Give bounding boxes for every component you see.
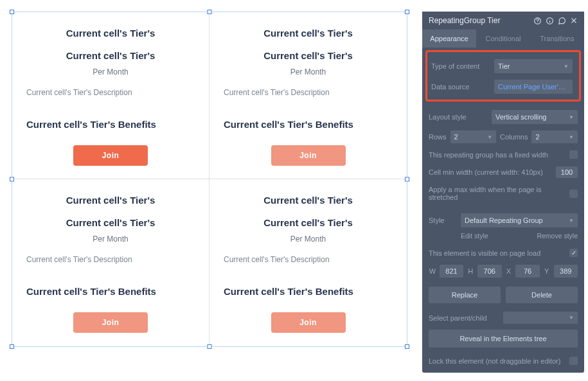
rg-cell: Current cell's Tier's Current cell's Tie… — [12, 12, 209, 179]
resize-handle-ml[interactable] — [10, 177, 14, 182]
select-parent-label: Select parent/child — [429, 314, 499, 322]
rg-cell: Current cell's Tier's Current cell's Tie… — [209, 12, 407, 179]
y-label: Y — [543, 267, 551, 275]
select-parent-select[interactable]: ▼ — [503, 312, 578, 324]
resize-handle-mr[interactable] — [405, 177, 409, 182]
tier-description: Current cell's Tier's Description — [20, 255, 201, 264]
panel-header[interactable]: RepeatingGroup Tier — [422, 12, 584, 30]
per-month-label: Per Month — [20, 235, 201, 244]
w-label: W — [429, 267, 436, 275]
max-width-checkbox[interactable] — [569, 190, 578, 198]
tier-title-2: Current cell's Tier's — [217, 50, 399, 61]
tier-title-1: Current cell's Tier's — [20, 195, 201, 206]
max-width-label: Apply a max width when the page is stret… — [429, 186, 569, 201]
resize-handle-br[interactable] — [405, 344, 409, 349]
join-button[interactable]: Join — [271, 312, 346, 333]
h-label: H — [467, 267, 474, 275]
style-select[interactable]: Default Repeating Group ▼ — [461, 213, 578, 227]
tier-description: Current cell's Tier's Description — [20, 88, 201, 97]
per-month-label: Per Month — [217, 235, 399, 244]
resize-handle-tm[interactable] — [208, 10, 212, 14]
replace-button[interactable]: Replace — [429, 287, 501, 303]
tier-title-1: Current cell's Tier's — [217, 195, 399, 206]
tier-description: Current cell's Tier's Description — [217, 255, 399, 264]
cell-min-width-label: Cell min width (current width: 410px) — [429, 168, 556, 176]
columns-select[interactable]: 2▼ — [531, 130, 578, 143]
tier-benefits: Current cell's Tier's Benefits — [20, 119, 201, 130]
info-icon[interactable] — [546, 17, 554, 25]
chevron-down-icon: ▼ — [564, 64, 569, 69]
chevron-down-icon: ▼ — [569, 134, 574, 140]
per-month-label: Per Month — [217, 67, 399, 76]
svg-point-1 — [537, 22, 538, 22]
tier-title-1: Current cell's Tier's — [20, 28, 201, 39]
resize-handle-bl[interactable] — [10, 344, 14, 349]
join-button[interactable]: Join — [73, 312, 148, 333]
panel-title: RepeatingGroup Tier — [429, 16, 530, 25]
resize-handle-tr[interactable] — [405, 10, 409, 14]
delete-button[interactable]: Delete — [506, 287, 578, 303]
tier-title-2: Current cell's Tier's — [20, 217, 201, 228]
fixed-width-checkbox[interactable] — [569, 150, 578, 159]
repeating-group[interactable]: Current cell's Tier's Current cell's Tie… — [12, 12, 407, 347]
rows-label: Rows — [429, 133, 447, 141]
per-month-label: Per Month — [20, 67, 201, 76]
cell-min-width-input[interactable]: 100 — [556, 166, 578, 178]
tier-title-2: Current cell's Tier's — [217, 217, 399, 228]
tier-benefits: Current cell's Tier's Benefits — [217, 286, 399, 297]
resize-handle-bm[interactable] — [208, 344, 212, 349]
svg-point-4 — [549, 19, 550, 19]
rg-cell: Current cell's Tier's Current cell's Tie… — [12, 179, 209, 346]
data-source-label: Data source — [431, 83, 490, 91]
columns-label: Columns — [500, 133, 528, 141]
rows-select[interactable]: 2▼ — [450, 130, 497, 143]
highlighted-properties: Type of content Tier ▼ Data source Curre… — [425, 50, 581, 102]
layout-style-label: Layout style — [429, 113, 488, 121]
style-label: Style — [429, 217, 457, 224]
lock-element-label: Lock this element (not draggable in edit… — [429, 357, 569, 365]
reveal-button[interactable]: Reveal in the Elements tree — [429, 330, 578, 348]
fixed-width-label: This repeating group has a fixed width — [429, 151, 569, 159]
remove-style-link[interactable]: Remove style — [537, 232, 578, 240]
tier-benefits: Current cell's Tier's Benefits — [217, 119, 399, 130]
resize-handle-tl[interactable] — [10, 10, 14, 14]
property-panel: RepeatingGroup Tier Appearance Condition… — [422, 12, 584, 373]
y-input[interactable]: 389 — [554, 265, 578, 278]
tier-title-2: Current cell's Tier's — [20, 50, 201, 61]
help-icon[interactable] — [533, 17, 542, 25]
chevron-down-icon: ▼ — [569, 315, 574, 321]
w-input[interactable]: 821 — [440, 265, 463, 278]
layout-style-select[interactable]: Vertical scrolling ▼ — [492, 110, 578, 124]
visible-on-load-checkbox[interactable] — [569, 249, 578, 257]
chevron-down-icon: ▼ — [569, 218, 574, 224]
chevron-down-icon: ▼ — [487, 134, 492, 140]
lock-element-checkbox[interactable] — [569, 357, 578, 365]
x-input[interactable]: 76 — [515, 265, 539, 278]
tab-conditional[interactable]: Conditional — [476, 30, 530, 48]
tier-title-1: Current cell's Tier's — [217, 28, 399, 39]
chevron-down-icon: ▼ — [569, 114, 574, 120]
visible-on-load-label: This element is visible on page load — [429, 249, 569, 257]
join-button[interactable]: Join — [271, 145, 346, 166]
data-source-input[interactable]: Current Page User's Tiers — [494, 80, 573, 94]
h-input[interactable]: 706 — [477, 265, 501, 278]
type-of-content-select[interactable]: Tier ▼ — [494, 59, 573, 73]
tier-description: Current cell's Tier's Description — [217, 88, 399, 97]
tier-benefits: Current cell's Tier's Benefits — [20, 286, 201, 297]
comment-icon[interactable] — [558, 17, 566, 25]
x-label: X — [505, 267, 513, 275]
tab-appearance[interactable]: Appearance — [422, 30, 476, 48]
type-of-content-label: Type of content — [431, 62, 490, 70]
close-icon[interactable] — [570, 17, 578, 24]
edit-style-link[interactable]: Edit style — [461, 232, 488, 240]
join-button[interactable]: Join — [73, 145, 148, 166]
tab-transitions[interactable]: Transitions — [530, 30, 584, 48]
rg-cell: Current cell's Tier's Current cell's Tie… — [209, 179, 407, 346]
